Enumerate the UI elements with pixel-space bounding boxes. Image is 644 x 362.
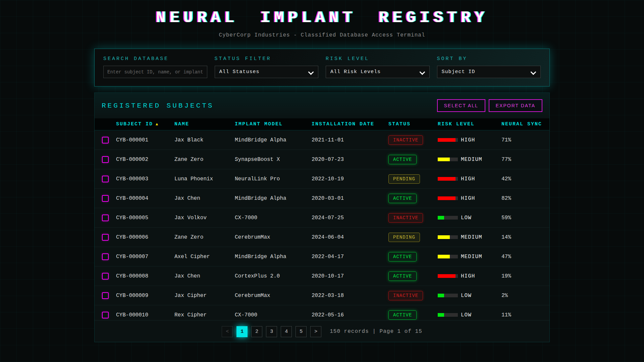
page-button-5[interactable]: 5 [296, 326, 307, 337]
table-row: CYB-000003 Luna Phoenix NeuralLink Pro 2… [95, 169, 549, 189]
cell-subject-id: CYB-000009 [116, 293, 174, 299]
row-checkbox[interactable] [102, 253, 109, 260]
page-button-3[interactable]: 3 [266, 326, 277, 337]
status-filter-value: All Statuses [219, 69, 260, 75]
page-button-2[interactable]: 2 [251, 326, 262, 337]
row-checkbox[interactable] [102, 137, 109, 143]
cell-implant-model: MindBridge Alpha [235, 254, 312, 260]
status-badge: INACTIVE [388, 135, 423, 145]
next-page-button[interactable]: > [310, 326, 321, 337]
cell-neural-sync: 2% [501, 293, 549, 299]
row-checkbox[interactable] [102, 215, 109, 221]
row-checkbox[interactable] [102, 234, 109, 241]
cell-risk-level: LOW [438, 293, 501, 299]
risk-label: HIGH [461, 195, 475, 201]
cell-implant-model: SynapseBoost X [235, 157, 312, 163]
cell-neural-sync: 59% [501, 215, 549, 221]
cell-neural-sync: 47% [501, 254, 549, 260]
cell-name: Luna Phoenix [174, 176, 235, 182]
risk-bar-fill [438, 158, 450, 161]
risk-bar [438, 235, 458, 239]
row-checkbox[interactable] [102, 176, 109, 182]
cell-neural-sync: 14% [501, 234, 549, 240]
sort-value: Subject ID [442, 69, 475, 75]
risk-bar [438, 177, 458, 181]
filter-panel: SEARCH DATABASE STATUS FILTER All Status… [94, 49, 550, 86]
cell-name: Jax Chen [174, 273, 235, 279]
risk-bar-fill [438, 235, 450, 239]
cell-name: Zane Zero [174, 234, 235, 240]
search-group: SEARCH DATABASE [103, 56, 207, 78]
pagination: < 1 2 3 4 5 > 150 records | Page 1 of 15 [95, 320, 549, 343]
risk-bar [438, 158, 458, 161]
column-header-status[interactable]: STATUS [388, 121, 438, 127]
cell-risk-level: MEDIUM [438, 157, 501, 163]
cell-name: Jax Cipher [174, 293, 235, 299]
cell-subject-id: CYB-000007 [116, 254, 174, 260]
risk-label: LOW [461, 215, 472, 221]
column-header-risk-level[interactable]: RISK LEVEL [438, 121, 501, 127]
table-row: CYB-000002 Zane Zero SynapseBoost X 2020… [95, 150, 549, 169]
page-button-4[interactable]: 4 [281, 326, 292, 337]
risk-bar-fill [438, 216, 444, 220]
risk-bar [438, 196, 458, 200]
page-title: NEURAL IMPLANT REGISTRY [0, 9, 644, 27]
status-filter-select[interactable]: All Statuses [215, 66, 319, 78]
records-page-info: 150 records | Page 1 of 15 [330, 328, 422, 335]
status-badge: ACTIVE [388, 155, 417, 164]
row-checkbox[interactable] [102, 156, 109, 163]
cell-risk-level: MEDIUM [438, 254, 501, 260]
column-header-neural-sync[interactable]: NEURAL SYNC [501, 121, 549, 127]
row-checkbox[interactable] [102, 312, 109, 318]
page-button-1[interactable]: 1 [236, 326, 248, 337]
cell-subject-id: CYB-000006 [116, 234, 174, 240]
select-all-button[interactable]: SELECT ALL [437, 99, 485, 112]
search-input[interactable] [103, 66, 207, 78]
table-row: CYB-000009 Jax Cipher CerebrumMax 2022-0… [95, 286, 549, 305]
row-checkbox[interactable] [102, 292, 109, 299]
sort-label: SORT BY [437, 56, 541, 62]
table-row: CYB-000004 Jax Chen MindBridge Alpha 202… [95, 189, 549, 208]
status-badge: ACTIVE [388, 310, 417, 320]
risk-filter-select[interactable]: All Risk Levels [326, 66, 430, 78]
cell-implant-model: NeuralLink Pro [235, 176, 312, 182]
row-checkbox[interactable] [102, 273, 109, 280]
cell-implant-model: CerebrumMax [235, 234, 312, 240]
cell-subject-id: CYB-000010 [116, 312, 174, 318]
cell-neural-sync: 42% [501, 176, 549, 182]
column-header-implant-model[interactable]: IMPLANT MODEL [235, 121, 312, 127]
sort-select[interactable]: Subject ID [437, 66, 541, 78]
status-badge: INACTIVE [388, 291, 423, 300]
risk-filter-group: RISK LEVEL All Risk Levels [326, 56, 430, 78]
export-data-button[interactable]: EXPORT DATA [489, 99, 542, 112]
cell-neural-sync: 71% [501, 137, 549, 143]
table-row: CYB-000005 Jax Volkov CX-7000 2024-07-25… [95, 208, 549, 228]
cell-installation-date: 2022-04-17 [312, 254, 388, 260]
status-filter-group: STATUS FILTER All Statuses [215, 56, 319, 78]
cell-name: Jax Volkov [174, 215, 235, 221]
cell-risk-level: LOW [438, 215, 501, 221]
column-header-subject-id[interactable]: SUBJECT ID▲ [116, 121, 174, 127]
cell-implant-model: CerebrumMax [235, 293, 312, 299]
app-header: NEURAL IMPLANT REGISTRY CyberCorp Indust… [0, 0, 644, 38]
prev-page-button[interactable]: < [222, 326, 233, 337]
cell-risk-level: LOW [438, 312, 501, 318]
risk-filter-value: All Risk Levels [330, 69, 381, 75]
cell-installation-date: 2022-10-19 [312, 176, 388, 182]
column-header-installation-date[interactable]: INSTALLATION DATE [312, 121, 388, 127]
cell-installation-date: 2022-05-16 [312, 312, 388, 318]
cell-installation-date: 2022-03-18 [312, 293, 388, 299]
table-panel-header: REGISTERED SUBJECTS SELECT ALL EXPORT DA… [95, 93, 549, 118]
cell-neural-sync: 77% [501, 157, 549, 163]
column-header-name[interactable]: NAME [174, 121, 235, 127]
row-checkbox[interactable] [102, 195, 109, 202]
cell-risk-level: HIGH [438, 195, 501, 201]
search-label: SEARCH DATABASE [103, 56, 207, 62]
risk-bar [438, 216, 458, 220]
cell-implant-model: MindBridge Alpha [235, 195, 312, 201]
table-row: CYB-000010 Rex Cipher CX-7000 2022-05-16… [95, 305, 549, 320]
cell-neural-sync: 11% [501, 312, 549, 318]
risk-label: HIGH [461, 273, 475, 279]
table-row: CYB-000006 Zane Zero CerebrumMax 2024-06… [95, 228, 549, 247]
cell-neural-sync: 19% [501, 273, 549, 279]
